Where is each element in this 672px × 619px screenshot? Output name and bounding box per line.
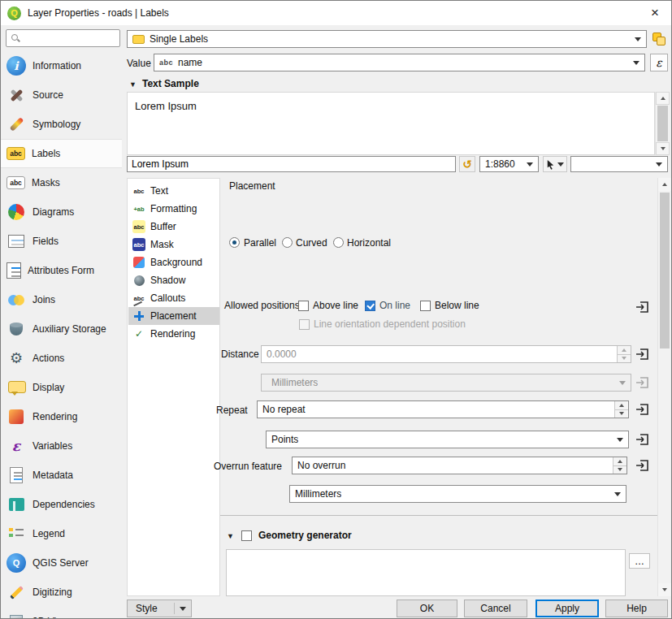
chevron-down-icon — [635, 37, 641, 41]
reset-sample-button[interactable]: ↺ — [459, 156, 475, 172]
tab-buffer[interactable]: abcBuffer — [128, 218, 219, 236]
sidebar-item-actions[interactable]: ⚙Actions — [1, 344, 122, 373]
tab-mask[interactable]: abcMask — [128, 236, 219, 253]
window-title: Layer Properties - roads | Labels — [28, 7, 169, 19]
sidebar-item-source[interactable]: Source — [1, 80, 122, 110]
collapse-triangle-icon[interactable]: ▼ — [227, 532, 234, 540]
help-button[interactable]: Help — [605, 600, 668, 617]
tab-background[interactable]: Background — [128, 253, 219, 271]
background-tab-icon — [133, 257, 145, 268]
source-icon — [7, 85, 26, 105]
sidebar-item-joins[interactable]: Joins — [1, 285, 122, 314]
scroll-down-button[interactable] — [656, 142, 670, 155]
curved-radio[interactable] — [282, 237, 293, 248]
parallel-radio[interactable] — [229, 237, 240, 248]
map-tool-split-button[interactable] — [543, 156, 567, 172]
sidebar-item-auxiliary-storage[interactable]: Auxiliary Storage — [1, 314, 122, 344]
horizontal-radio[interactable] — [333, 237, 344, 248]
automated-placement-button[interactable] — [650, 30, 668, 48]
value-combo[interactable]: abc name — [154, 54, 645, 71]
repeat-spin-buttons[interactable] — [614, 401, 628, 418]
abc-field-type-icon: abc — [159, 58, 173, 67]
tab-callouts[interactable]: abcCallouts — [128, 289, 219, 307]
rendering-icon — [9, 409, 24, 424]
on-line-checkbox[interactable] — [365, 301, 375, 311]
collapse-triangle-icon[interactable]: ▼ — [129, 80, 137, 89]
tab-placement[interactable]: Placement — [128, 307, 219, 325]
sidebar-item-digitizing[interactable]: Digitizing — [1, 578, 122, 607]
font-preview-combo[interactable] — [570, 156, 668, 172]
distance-override-button[interactable] — [633, 345, 652, 363]
repeat-override-button[interactable] — [633, 400, 652, 418]
geometry-generator-expression-area[interactable] — [226, 549, 626, 596]
overrun-feature-label: Overrun feature — [214, 461, 282, 472]
sample-text-input[interactable] — [127, 156, 456, 172]
sidebar-item-fields[interactable]: Fields — [1, 227, 122, 256]
repeat-units-combo[interactable]: Points — [266, 431, 629, 448]
distance-units-combo[interactable]: Millimeters — [261, 374, 631, 392]
tab-rendering[interactable]: ✓Rendering — [128, 325, 219, 343]
sidebar-item-3d-view[interactable]: 3D View — [1, 607, 122, 619]
cancel-button[interactable]: Cancel — [464, 600, 527, 617]
placement-scrollbar[interactable] — [657, 178, 670, 596]
style-split-button[interactable]: Style — [127, 600, 192, 617]
scroll-thumb[interactable] — [657, 106, 668, 141]
expression-builder-button[interactable]: ε — [650, 54, 668, 71]
overrun-spin-buttons[interactable] — [613, 457, 626, 474]
distance-spinbox[interactable]: 0.0000 — [261, 345, 631, 363]
geometry-generator-checkbox[interactable] — [241, 530, 252, 541]
sidebar-item-metadata[interactable]: Metadata — [1, 461, 122, 490]
sidebar-item-dependencies[interactable]: Dependencies — [1, 490, 122, 519]
overrun-units-combo[interactable]: Millimeters — [289, 485, 626, 503]
below-line-checkbox[interactable] — [420, 301, 431, 311]
data-defined-override-icon — [635, 347, 651, 361]
scroll-up-button[interactable] — [656, 92, 670, 105]
placement-tab-icon — [132, 310, 145, 322]
sidebar-item-rendering[interactable]: Rendering — [1, 402, 122, 431]
sidebar-item-display[interactable]: Display — [1, 373, 122, 402]
sidebar-item-legend[interactable]: Legend — [1, 519, 122, 548]
distance-label: Distance — [221, 348, 259, 360]
overrun-override-button[interactable] — [633, 457, 652, 474]
overrun-spinbox[interactable]: No overrun — [292, 457, 627, 474]
sidebar-item-attributes-form[interactable]: Attributes Form — [1, 256, 122, 285]
line-orientation-checkbox[interactable] — [299, 319, 310, 330]
sidebar-item-diagrams[interactable]: Diagrams — [1, 197, 122, 227]
scale-combo[interactable]: 1:8860 — [479, 156, 539, 172]
allowed-positions-override-button[interactable] — [633, 298, 652, 316]
repeat-spinbox[interactable]: No repeat — [257, 400, 629, 418]
scroll-down-button[interactable] — [658, 583, 671, 596]
geometry-generator-label: Geometry generator — [258, 530, 352, 541]
geometry-generator-ellipsis-button[interactable]: … — [629, 553, 650, 569]
value-label: Value — [127, 58, 151, 69]
sidebar-item-variables[interactable]: εVariables — [1, 431, 122, 461]
below-line-label: Below line — [435, 300, 479, 311]
close-icon[interactable]: × — [645, 4, 665, 22]
tab-formatting[interactable]: +abFormatting — [128, 200, 219, 218]
text-sample-header: Text Sample — [142, 78, 199, 89]
placement-panel-title: Placement — [229, 180, 275, 192]
digitizing-icon — [7, 582, 26, 602]
repeat-units-override-button[interactable] — [633, 431, 652, 448]
distance-spin-buttons[interactable] — [617, 346, 631, 362]
sidebar-item-masks[interactable]: abcMasks — [1, 168, 122, 197]
three-d-view-icon — [10, 615, 23, 619]
chevron-down-icon — [557, 162, 564, 167]
sample-scrollbar[interactable] — [655, 92, 669, 155]
scroll-up-button[interactable] — [658, 178, 671, 191]
sidebar-item-symbology[interactable]: Symbology — [1, 110, 122, 139]
qgis-server-icon: Q — [7, 553, 26, 573]
apply-button[interactable]: Apply — [535, 600, 599, 617]
scroll-thumb[interactable] — [660, 193, 670, 348]
cursor-icon — [545, 159, 556, 170]
sidebar-item-qgis-server[interactable]: QQGIS Server — [1, 548, 122, 578]
sidebar-item-information[interactable]: iInformation — [1, 51, 122, 80]
distance-units-override-button[interactable] — [633, 374, 652, 392]
ok-button[interactable]: OK — [397, 600, 457, 617]
search-input[interactable] — [24, 32, 113, 44]
tab-text[interactable]: abcText — [128, 182, 219, 200]
sidebar-item-labels[interactable]: abcLabels — [1, 139, 122, 168]
label-mode-combo[interactable]: Single Labels — [127, 30, 647, 48]
tab-shadow[interactable]: Shadow — [128, 271, 219, 289]
above-line-checkbox[interactable] — [298, 301, 309, 311]
